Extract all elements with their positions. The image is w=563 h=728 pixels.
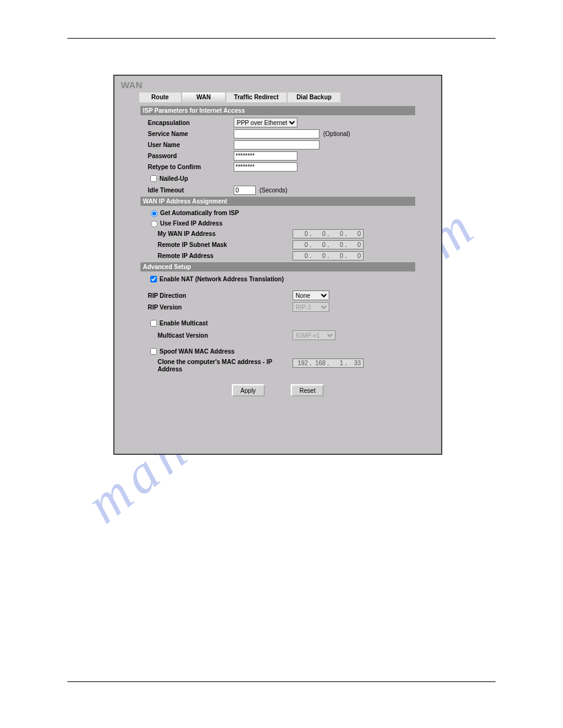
spoof-mac-label: Spoof WAN MAC Address xyxy=(159,348,234,355)
row-auto-isp: Get Automatically from ISP xyxy=(148,208,415,217)
encapsulation-select[interactable]: PPP over Ethernet xyxy=(234,118,297,127)
ip-octet[interactable] xyxy=(331,359,343,367)
tab-traffic-redirect[interactable]: Traffic Redirect xyxy=(226,93,286,102)
multicast-version-label: Multicast Version xyxy=(158,332,293,339)
row-service-name: Service Name (Optional) xyxy=(148,129,415,138)
multicast-version-select[interactable]: IGMP-v1 xyxy=(293,330,335,340)
enable-multicast-checkbox[interactable] xyxy=(150,320,157,327)
ip-octet[interactable] xyxy=(313,252,326,260)
row-retype: Retype to Confirm xyxy=(148,162,415,172)
section-wan-ip: WAN IP Address Assignment xyxy=(140,197,415,206)
ip-octet[interactable] xyxy=(296,359,308,367)
password-input[interactable] xyxy=(234,151,297,161)
idle-timeout-label: Idle Timeout xyxy=(148,187,234,194)
row-my-wan-ip: My WAN IP Address . . . xyxy=(158,229,415,238)
reset-button[interactable]: Reset xyxy=(291,384,324,396)
username-input[interactable] xyxy=(234,140,320,150)
radio-fixed-ip[interactable] xyxy=(151,221,158,227)
row-clone-mac: Clone the computer's MAC address - IP Ad… xyxy=(158,358,415,373)
ip-octet[interactable] xyxy=(313,241,326,249)
idle-timeout-input[interactable] xyxy=(234,186,256,195)
row-subnet: Remote IP Subnet Mask . . . xyxy=(158,240,415,249)
row-username: User Name xyxy=(148,140,415,150)
remote-ip-label: Remote IP Address xyxy=(158,252,293,259)
ip-octet[interactable] xyxy=(348,252,361,260)
nailed-up-label: Nailed-Up xyxy=(159,175,188,182)
ip-octet[interactable] xyxy=(331,252,343,260)
ip-octet[interactable] xyxy=(313,359,326,367)
my-wan-ip-label: My WAN IP Address xyxy=(158,230,293,237)
row-nailed-up: Nailed-Up xyxy=(148,173,415,184)
encapsulation-label: Encapsulation xyxy=(148,119,234,126)
my-wan-ip-input[interactable]: . . . xyxy=(293,229,364,238)
row-rip-version: RIP Version RIP-1 xyxy=(148,302,415,312)
service-name-optional: (Optional) xyxy=(323,131,350,137)
apply-button[interactable]: Apply xyxy=(232,384,265,396)
form-body: ISP Parameters for Internet Access Encap… xyxy=(134,104,421,408)
idle-timeout-unit: (Seconds) xyxy=(259,187,288,194)
clone-ip-input[interactable]: . . . xyxy=(293,358,364,368)
button-row: Apply Reset xyxy=(140,384,415,396)
rip-version-label: RIP Version xyxy=(148,304,293,311)
page-rule-top xyxy=(67,38,496,39)
screenshot-frame: WAN Route WAN Traffic Redirect Dial Back… xyxy=(113,75,442,455)
enable-nat-checkbox[interactable] xyxy=(150,276,157,282)
password-label: Password xyxy=(148,153,234,159)
row-remote-ip: Remote IP Address . . . xyxy=(158,251,415,260)
row-rip-direction: RIP Direction None xyxy=(148,290,415,300)
document-page: manualshive.com WAN Route WAN Traffic Re… xyxy=(0,0,563,728)
service-name-input[interactable] xyxy=(234,129,320,138)
enable-nat-label: Enable NAT (Network Address Translation) xyxy=(159,276,284,282)
retype-input[interactable] xyxy=(234,162,297,172)
row-spoof-mac: Spoof WAN MAC Address xyxy=(148,346,415,357)
row-password: Password xyxy=(148,151,415,161)
row-enable-nat: Enable NAT (Network Address Translation) xyxy=(148,274,415,284)
remote-ip-input[interactable]: . . . xyxy=(293,251,364,260)
subnet-label: Remote IP Subnet Mask xyxy=(158,241,293,248)
ip-octet[interactable] xyxy=(296,252,308,260)
rip-direction-select[interactable]: None xyxy=(293,290,329,300)
row-idle-timeout: Idle Timeout (Seconds) xyxy=(148,186,415,195)
clone-mac-label: Clone the computer's MAC address - IP Ad… xyxy=(158,358,280,373)
spoof-mac-checkbox[interactable] xyxy=(150,348,157,355)
tab-route[interactable]: Route xyxy=(139,93,181,102)
rip-direction-label: RIP Direction xyxy=(148,292,293,299)
ip-octet[interactable] xyxy=(331,230,343,238)
section-advanced: Advanced Setup xyxy=(140,262,415,271)
tabs: Route WAN Traffic Redirect Dial Backup xyxy=(139,93,441,102)
page-rule-bottom xyxy=(67,681,496,682)
service-name-label: Service Name xyxy=(148,131,234,137)
row-multicast-version: Multicast Version IGMP-v1 xyxy=(158,330,415,340)
ip-octet[interactable] xyxy=(296,241,308,249)
ip-octet[interactable] xyxy=(348,241,361,249)
subnet-input[interactable]: . . . xyxy=(293,240,364,249)
row-enable-multicast: Enable Multicast xyxy=(148,318,415,328)
nailed-up-checkbox[interactable] xyxy=(150,175,157,182)
wan-config-panel: WAN Route WAN Traffic Redirect Dial Back… xyxy=(114,75,442,454)
ip-octet[interactable] xyxy=(348,359,361,367)
enable-multicast-label: Enable Multicast xyxy=(159,320,208,327)
radio-auto-isp[interactable] xyxy=(151,210,158,217)
tab-wan[interactable]: WAN xyxy=(182,93,225,102)
retype-label: Retype to Confirm xyxy=(148,164,234,170)
ip-octet[interactable] xyxy=(313,230,326,238)
row-encapsulation: Encapsulation PPP over Ethernet xyxy=(148,118,415,127)
rip-version-select[interactable]: RIP-1 xyxy=(293,302,329,312)
section-isp: ISP Parameters for Internet Access xyxy=(140,106,415,115)
ip-octet[interactable] xyxy=(348,230,361,238)
ip-octet[interactable] xyxy=(296,230,308,238)
page-title: WAN xyxy=(115,76,441,93)
username-label: User Name xyxy=(148,142,234,148)
tab-dial-backup[interactable]: Dial Backup xyxy=(288,93,340,102)
ip-octet[interactable] xyxy=(331,241,343,249)
auto-isp-label: Get Automatically from ISP xyxy=(160,210,239,216)
row-fixed-ip: Use Fixed IP Address xyxy=(148,219,415,227)
fixed-ip-label: Use Fixed IP Address xyxy=(160,220,223,227)
